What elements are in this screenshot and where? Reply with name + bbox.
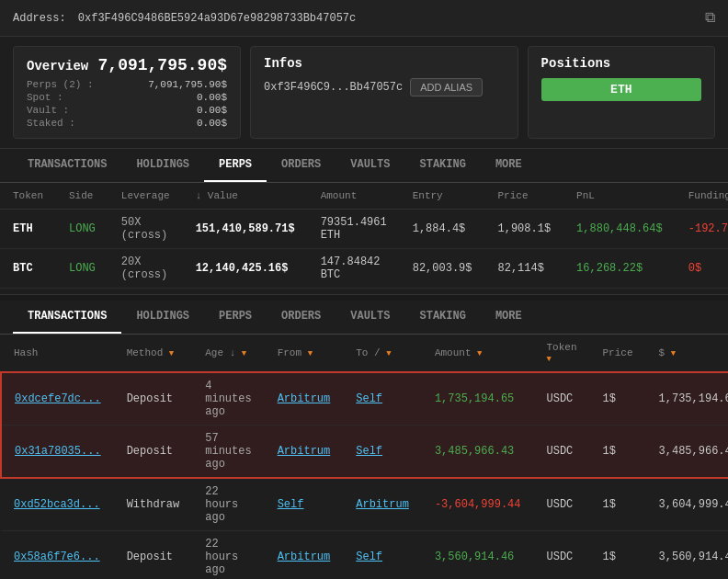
- perps-tab-orders[interactable]: ORDERS: [267, 149, 336, 182]
- perps-cell-side: LONG: [56, 210, 108, 249]
- transactions-section: HashMethod ▼Age ↓ ▼From ▼To / ▼Amount ▼T…: [0, 335, 728, 579]
- tx-cell: 3,604,999.44$: [646, 478, 728, 531]
- perps-tab-transactions[interactable]: TRANSACTIONS: [13, 149, 121, 182]
- tx-cell: Arbitrum: [265, 426, 344, 479]
- tx-row: 0x58a6f7e6...Deposit22 hours agoArbitrum…: [1, 531, 728, 580]
- tx-col-hash: Hash: [1, 335, 114, 372]
- tx-col-token: Token ▼: [534, 335, 590, 372]
- tx-row: 0xd52bca3d...Withdraw22 hours agoSelfArb…: [1, 478, 728, 531]
- tx-cell: 3,485,966.43$: [646, 426, 728, 479]
- perps-cell-price: 82,114$: [485, 249, 564, 289]
- tx-col-amount: Amount ▼: [422, 335, 534, 372]
- tx-cell: Arbitrum: [343, 478, 422, 531]
- positions-box: Positions ETH: [528, 46, 715, 139]
- tx-cell: Arbitrum: [265, 372, 344, 426]
- tx-cell: Withdraw: [114, 478, 193, 531]
- address-bar: Address: 0xf3F496C9486BE5924a93D67e98298…: [0, 0, 728, 37]
- perps-cell-token: BTC: [0, 249, 56, 289]
- perps-cell-_value: 151,410,589.71$: [183, 210, 308, 249]
- tx-cell: USDC: [534, 531, 590, 580]
- perps-col-side: Side: [56, 183, 108, 210]
- overview-row: Staked :0.00$: [27, 118, 227, 129]
- tx-cell: 3,485,966.43: [422, 426, 534, 479]
- address-text: Address: 0xf3F496C9486BE5924a93D67e98298…: [13, 12, 356, 25]
- tx-cell: Self: [265, 478, 344, 531]
- tx-cell: 0xd52bca3d...: [1, 478, 114, 531]
- perps-tab-more[interactable]: MORE: [481, 149, 537, 182]
- tx-cell: Deposit: [114, 372, 193, 426]
- perps-cell-funding: 0$: [676, 249, 728, 289]
- perps-tab-vaults[interactable]: VAULTS: [336, 149, 404, 182]
- infos-box: Infos 0xf3F496C9...Bb47057c ADD ALIAS: [250, 46, 518, 139]
- tx-cell: 0x31a78035...: [1, 426, 114, 479]
- tx-tab-more[interactable]: MORE: [481, 301, 537, 334]
- perps-cell-entry: 1,884.4$: [400, 210, 485, 249]
- tx-cell: Deposit: [114, 426, 193, 479]
- tx-tab-staking[interactable]: STAKING: [404, 301, 480, 334]
- tx-cell: 1$: [590, 426, 646, 479]
- overview-title: Overview: [27, 59, 88, 74]
- tx-cell: Self: [343, 531, 422, 580]
- overview-box: Overview 7,091,795.90$ Perps (2) :7,091,…: [13, 46, 241, 139]
- tx-cell: 3,560,914.46: [422, 531, 534, 580]
- perps-cell-leverage: 50X (cross): [108, 210, 183, 249]
- tx-cell: 1$: [590, 478, 646, 531]
- perps-cell-amount: 79351.4961 ETH: [308, 210, 400, 249]
- perps-col-funding: Funding: [676, 183, 728, 210]
- tx-row: 0x31a78035...Deposit57 minutes agoArbitr…: [1, 426, 728, 479]
- overview-row: Vault :0.00$: [27, 105, 227, 116]
- overview-row: Spot :0.00$: [27, 92, 227, 103]
- infos-title: Infos: [264, 56, 505, 71]
- tx-col-to_: To / ▼: [343, 335, 422, 372]
- perps-cell-price: 1,908.1$: [485, 210, 564, 249]
- perps-col-amount: Amount: [308, 183, 400, 210]
- perps-cell-leverage: 20X (cross): [108, 249, 183, 289]
- perps-tab-holdings[interactable]: HOLDINGS: [121, 149, 204, 182]
- tx-tab-holdings[interactable]: HOLDINGS: [121, 301, 204, 334]
- perps-table-section: TokenSideLeverage↓ ValueAmountEntryPrice…: [0, 183, 728, 295]
- positions-title: Positions: [541, 56, 701, 71]
- perps-cell-entry: 82,003.9$: [400, 249, 485, 289]
- tx-cell: Deposit: [114, 531, 193, 580]
- tx-tab-vaults[interactable]: VAULTS: [336, 301, 404, 334]
- tx-col-from: From ▼: [265, 335, 344, 372]
- tx-cell: 22 hours ago: [192, 531, 264, 580]
- perps-col-entry: Entry: [400, 183, 485, 210]
- tx-cell: 1,735,194.65$: [646, 372, 728, 426]
- perps-cell-funding: -192.72$: [676, 210, 728, 249]
- tx-col-$: $ ▼: [646, 335, 728, 372]
- perps-tab-perps[interactable]: PERPS: [204, 149, 267, 182]
- tx-cell: 3,560,914.46$: [646, 531, 728, 580]
- tx-tab-orders[interactable]: ORDERS: [267, 301, 336, 334]
- tx-cell: 1$: [590, 372, 646, 426]
- tx-tab-transactions[interactable]: TRANSACTIONS: [13, 301, 121, 334]
- perps-cell-pnl: 16,268.22$: [563, 249, 676, 289]
- add-alias-button[interactable]: ADD ALIAS: [410, 78, 483, 96]
- tx-cell: 0x58a6f7e6...: [1, 531, 114, 580]
- perps-cell-pnl: 1,880,448.64$: [563, 210, 676, 249]
- overview-section: Overview 7,091,795.90$ Perps (2) :7,091,…: [0, 37, 728, 149]
- tx-table: HashMethod ▼Age ↓ ▼From ▼To / ▼Amount ▼T…: [0, 335, 728, 579]
- overview-row: Perps (2) :7,091,795.90$: [27, 79, 227, 90]
- tx-cell: 22 hours ago: [192, 478, 264, 531]
- tx-row: 0xdcefe7dc...Deposit4 minutes agoArbitru…: [1, 372, 728, 426]
- perps-cell-amount: 147.84842 BTC: [308, 249, 400, 289]
- tx-cell: 4 minutes ago: [192, 372, 264, 426]
- copy-icon[interactable]: ⧉: [705, 9, 715, 27]
- overview-total: 7,091,795.90$: [98, 56, 227, 74]
- tx-cell: 0xdcefe7dc...: [1, 372, 114, 426]
- perps-col-leverage: Leverage: [108, 183, 183, 210]
- perps-cell-token: ETH: [0, 210, 56, 249]
- tx-col-age_: Age ↓ ▼: [192, 335, 264, 372]
- tx-tabs: TRANSACTIONSHOLDINGSPERPSORDERSVAULTSSTA…: [0, 301, 728, 335]
- perps-row: ETHLONG50X (cross)151,410,589.71$79351.4…: [0, 210, 728, 249]
- tx-col-price: Price: [590, 335, 646, 372]
- tx-cell: USDC: [534, 426, 590, 479]
- tx-col-method: Method ▼: [114, 335, 193, 372]
- perps-row: BTCLONG20X (cross)12,140,425.16$147.8484…: [0, 249, 728, 289]
- perps-tab-staking[interactable]: STAKING: [404, 149, 480, 182]
- perps-col-pnl: PnL: [563, 183, 676, 210]
- tx-cell: Self: [343, 372, 422, 426]
- tx-tab-perps[interactable]: PERPS: [204, 301, 267, 334]
- eth-badge[interactable]: ETH: [541, 78, 701, 101]
